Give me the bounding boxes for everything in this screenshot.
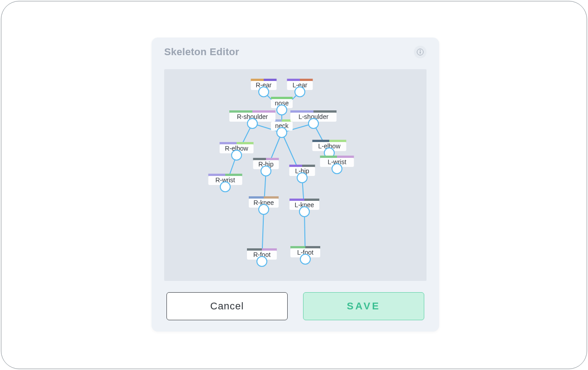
node-handle[interactable] [220,182,230,192]
node-swatch [287,79,300,81]
node-swatch [300,79,313,81]
node-swatch [313,140,330,142]
skeleton-node-r-hip[interactable]: R-hip [253,158,279,176]
skeleton-node-r-wrist[interactable]: R-wrist [209,174,242,192]
skeleton-node-r-knee[interactable]: R-knee [249,196,279,214]
node-swatch [313,110,337,113]
node-swatch [264,196,279,199]
skeleton-node-l-knee[interactable]: L-knee [289,199,319,217]
svg-point-2 [420,50,421,51]
skeleton-node-r-foot[interactable]: R-foot [247,248,277,266]
node-handle[interactable] [308,119,318,128]
node-handle[interactable] [277,128,287,138]
dialog-footer: Cancel SAVE [152,281,439,332]
node-handle[interactable] [297,173,307,183]
app-frame: Skeleton Editor R-earL-earnoseneckR-shou… [1,1,587,369]
dialog-header: Skeleton Editor [152,38,439,63]
cancel-button[interactable]: Cancel [166,292,288,320]
skeleton-canvas[interactable]: R-earL-earnoseneckR-shoulderL-shoulderR-… [164,69,427,281]
node-swatch [262,248,277,251]
skeleton-node-r-shoulder[interactable]: R-shoulder [229,110,275,128]
info-icon [417,48,424,56]
svg-rect-1 [420,52,421,54]
node-swatch [251,79,264,81]
node-swatch [252,110,275,113]
node-swatch [305,246,320,248]
node-handle[interactable] [277,105,287,115]
node-swatch [302,165,315,167]
node-swatch [253,158,266,160]
skeleton-node-l-hip[interactable]: L-hip [289,165,315,183]
node-swatch [290,110,313,113]
skeleton-node-r-elbow[interactable]: R-elbow [220,142,254,160]
node-swatch [320,156,337,158]
node-handle[interactable] [332,164,342,174]
node-handle[interactable] [259,204,269,214]
node-swatch [225,174,242,176]
node-swatch [304,199,319,201]
node-handle[interactable] [261,166,271,176]
node-handle[interactable] [247,119,257,128]
node-handle[interactable] [259,87,269,97]
node-handle[interactable] [232,150,242,160]
node-swatch [289,199,304,201]
node-swatch [229,110,252,113]
node-swatch [290,246,305,248]
node-swatch [220,142,237,144]
skeleton-svg: R-earL-earnoseneckR-shoulderL-shoulderR-… [164,69,427,281]
skeleton-node-l-wrist[interactable]: L-wrist [320,156,354,174]
skeleton-node-l-foot[interactable]: L-foot [290,246,320,264]
node-handle[interactable] [300,254,310,264]
node-swatch [266,158,279,160]
node-swatch [271,97,293,99]
node-swatch [237,142,254,144]
skeleton-node-l-ear[interactable]: L-ear [287,79,313,97]
node-swatch [247,248,262,251]
node-swatch [249,196,264,199]
save-button[interactable]: SAVE [303,292,424,320]
node-swatch [329,140,346,142]
skeleton-node-neck[interactable]: neck [271,119,293,138]
node-handle[interactable] [257,256,267,266]
skeleton-node-l-elbow[interactable]: L-elbow [313,140,346,158]
node-swatch [209,174,226,176]
node-swatch [337,156,354,158]
skeleton-node-l-shoulder[interactable]: L-shoulder [290,110,337,128]
dialog-title: Skeleton Editor [164,46,239,58]
node-handle[interactable] [299,207,309,217]
node-swatch [289,165,303,167]
node-handle[interactable] [295,87,305,97]
skeleton-editor-dialog: Skeleton Editor R-earL-earnoseneckR-shou… [152,38,439,332]
skeleton-node-r-ear[interactable]: R-ear [251,79,277,97]
info-button[interactable] [414,46,427,58]
node-swatch [264,79,277,81]
